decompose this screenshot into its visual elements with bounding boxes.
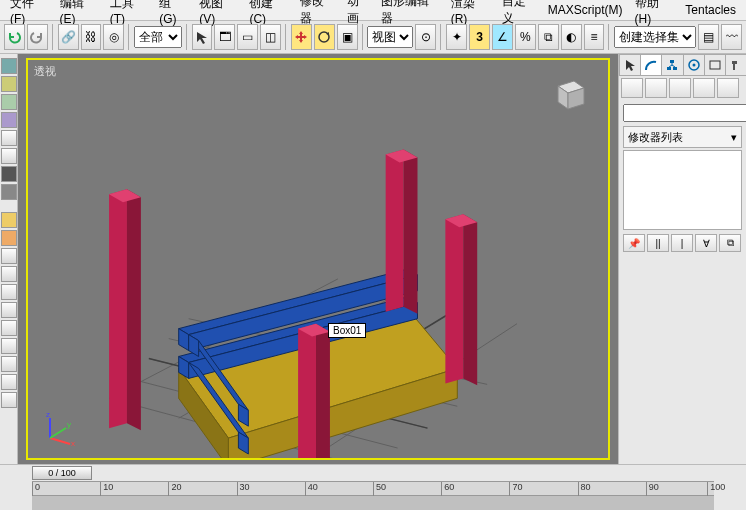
menu-edit[interactable]: 编辑(E) <box>54 0 104 26</box>
hierarchy-tab[interactable] <box>661 54 683 75</box>
motion-tab[interactable] <box>683 54 705 75</box>
object-name-field[interactable] <box>623 104 746 122</box>
modifier-stack[interactable] <box>623 150 742 230</box>
command-panel: 修改器列表 ▾ 📌 || | ∀ ⧉ <box>618 54 746 464</box>
tab-panel-2[interactable] <box>1 76 17 92</box>
menu-views[interactable]: 视图(V) <box>193 0 243 26</box>
menu-help[interactable]: 帮助(H) <box>629 0 680 26</box>
unlink-button[interactable]: ⛓ <box>81 24 102 50</box>
hammer-icon <box>729 58 743 72</box>
modifier-list-dropdown[interactable]: 修改器列表 ▾ <box>623 126 742 148</box>
menu-file[interactable]: 文件(F) <box>4 0 54 26</box>
redo-button[interactable] <box>27 24 48 50</box>
tab-panel-3[interactable] <box>1 94 17 110</box>
align-button[interactable]: ≡ <box>584 24 605 50</box>
ref-coord-dropdown[interactable]: 视图 <box>367 26 413 48</box>
tab-panel-4[interactable] <box>1 112 17 128</box>
tab-panel-1[interactable] <box>1 58 17 74</box>
select-object-button[interactable] <box>192 24 213 50</box>
tab-panel-11[interactable] <box>1 248 17 264</box>
utilities-tab[interactable] <box>725 54 746 75</box>
modifier-list-label: 修改器列表 <box>628 130 683 145</box>
pointer-icon <box>623 58 637 72</box>
bind-space-warp-button[interactable]: ◎ <box>103 24 124 50</box>
tab-panel-15[interactable] <box>1 320 17 336</box>
select-rotate-button[interactable] <box>314 24 335 50</box>
svg-marker-33 <box>463 214 477 385</box>
undo-button[interactable] <box>4 24 25 50</box>
tab-panel-10[interactable] <box>1 230 17 246</box>
timeline: 0 / 100 0 10 20 30 40 50 60 70 80 90 100 <box>0 464 746 510</box>
subtab-5[interactable] <box>717 78 739 98</box>
axis-tripod: z x y <box>38 408 78 448</box>
percent-snap-button[interactable]: % <box>515 24 536 50</box>
spinner-snap-button[interactable]: ⧉ <box>538 24 559 50</box>
menu-customize[interactable]: 自定义 <box>496 0 542 27</box>
menu-grapheditors[interactable]: 图形编辑器 <box>375 0 444 27</box>
pin-stack-button[interactable]: 📌 <box>623 234 645 252</box>
subtab-2[interactable] <box>645 78 667 98</box>
menu-maxscript[interactable]: MAXScript(M) <box>542 3 629 17</box>
manipulate-button[interactable]: ✦ <box>446 24 467 50</box>
angle-snap-button[interactable]: ∠ <box>492 24 513 50</box>
remove-mod-button[interactable]: ∀ <box>695 234 717 252</box>
tab-panel-9[interactable] <box>1 212 17 228</box>
svg-rect-49 <box>673 67 677 70</box>
tab-panel-13[interactable] <box>1 284 17 300</box>
link-button[interactable]: 🔗 <box>58 24 79 50</box>
svg-text:z: z <box>46 410 50 419</box>
menu-animation[interactable]: 动画 <box>341 0 376 27</box>
snap-toggle-button[interactable]: 3 <box>469 24 490 50</box>
tab-panel-18[interactable] <box>1 374 17 390</box>
select-region-button[interactable]: ▭ <box>237 24 258 50</box>
display-tab[interactable] <box>704 54 726 75</box>
tab-panel-5[interactable] <box>1 130 17 146</box>
window-crossing-button[interactable]: ◫ <box>260 24 281 50</box>
svg-line-45 <box>50 428 66 438</box>
view-cube[interactable] <box>548 74 588 114</box>
named-sel-sets-dropdown[interactable]: 创建选择集 <box>614 26 696 48</box>
menu-tools[interactable]: 工具(T) <box>104 0 154 26</box>
selection-filter-dropdown[interactable]: 全部 <box>134 26 182 48</box>
subtab-4[interactable] <box>693 78 715 98</box>
svg-marker-35 <box>298 324 316 458</box>
menu-modifiers[interactable]: 修改器 <box>294 0 340 27</box>
menu-create[interactable]: 创建(C) <box>243 0 294 26</box>
subtab-1[interactable] <box>621 78 643 98</box>
tab-panel-6[interactable] <box>1 148 17 164</box>
svg-rect-47 <box>670 60 674 63</box>
viewport-container: 透视 <box>18 54 618 464</box>
svg-rect-52 <box>710 61 720 69</box>
menu-group[interactable]: 组(G) <box>153 0 193 26</box>
svg-text:x: x <box>71 439 75 448</box>
make-unique-button[interactable]: | <box>671 234 693 252</box>
time-slider[interactable]: 0 / 100 <box>32 466 92 480</box>
tab-panel-14[interactable] <box>1 302 17 318</box>
tab-panel-17[interactable] <box>1 356 17 372</box>
tab-panel-7[interactable] <box>1 166 17 182</box>
show-end-result-button[interactable]: || <box>647 234 669 252</box>
configure-sets-button[interactable]: ⧉ <box>719 234 741 252</box>
pivot-center-button[interactable]: ⊙ <box>415 24 436 50</box>
left-toolbar <box>0 54 18 464</box>
track-bar[interactable]: 0 10 20 30 40 50 60 70 80 90 100 <box>32 481 714 510</box>
tab-panel-16[interactable] <box>1 338 17 354</box>
menu-tentacles[interactable]: Tentacles <box>679 3 742 17</box>
svg-marker-29 <box>386 150 404 312</box>
mirror-button[interactable]: ◐ <box>561 24 582 50</box>
layers-button[interactable]: ▤ <box>698 24 719 50</box>
select-scale-button[interactable]: ▣ <box>337 24 358 50</box>
curve-editor-button[interactable]: 〰 <box>721 24 742 50</box>
create-tab[interactable] <box>619 54 641 75</box>
select-by-name-button[interactable]: 🗔 <box>214 24 235 50</box>
menu-rendering[interactable]: 渲染(R) <box>445 0 496 26</box>
subtab-3[interactable] <box>669 78 691 98</box>
tab-panel-8[interactable] <box>1 184 17 200</box>
tab-panel-19[interactable] <box>1 392 17 408</box>
modify-tab[interactable] <box>640 54 662 75</box>
perspective-viewport[interactable]: 透视 <box>26 58 610 460</box>
select-move-button[interactable] <box>291 24 312 50</box>
tab-panel-12[interactable] <box>1 266 17 282</box>
svg-marker-30 <box>404 150 418 314</box>
svg-marker-26 <box>109 189 127 428</box>
